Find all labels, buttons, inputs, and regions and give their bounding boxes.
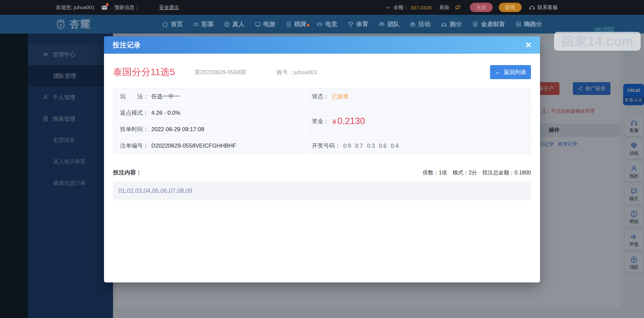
play-method-cell: 玩 法：任选一中一 xyxy=(113,89,305,104)
mode-value: 模式：2分 xyxy=(452,169,477,176)
total-amount: 投注总金额：0.1800 xyxy=(482,169,531,176)
topbar-right: 余额： 307.0328 刷新 充值 提现 联系客服 xyxy=(386,0,558,15)
nav-item-lottery[interactable]: 彩票 xyxy=(188,20,219,28)
nav-item-live[interactable]: 真人 xyxy=(219,20,250,28)
person-circle-icon xyxy=(224,21,230,28)
home-icon xyxy=(162,21,168,28)
lottery-name: 泰国分分11选5 xyxy=(113,66,175,78)
bet-content-row: 投注内容： 倍数：1倍 模式：2分 投注总金额：0.1800 xyxy=(113,169,531,176)
chevron-down-icon[interactable] xyxy=(386,5,391,10)
contact-service[interactable]: 联系客服 xyxy=(529,4,558,11)
draw-numbers: 09 07 03 06 04 xyxy=(343,142,400,150)
prize-cell: 奖金： ¥0.2130 xyxy=(305,105,531,137)
hot-dot xyxy=(307,24,310,27)
balance-label: 余额： xyxy=(393,4,409,11)
multiple-value: 倍数：1倍 xyxy=(423,169,447,176)
order-number-cell: 注单编号：D20220629-0558VEICFGHHBHF xyxy=(113,138,305,154)
close-icon[interactable]: × xyxy=(525,40,531,50)
account-info: 账号：juhua001 xyxy=(277,68,317,76)
contact-service-label: 联系客服 xyxy=(538,4,558,11)
nav-item-team[interactable]: 团队 xyxy=(373,20,405,28)
refresh-link[interactable]: 刷新 xyxy=(440,4,450,11)
nav-item-egames[interactable]: 电游 xyxy=(250,20,280,28)
withdraw-button[interactable]: 提现 xyxy=(499,3,522,12)
people-icon xyxy=(378,21,385,28)
modal-header: 投注记录 × xyxy=(104,36,540,54)
nav-item-esports[interactable]: 电竞 xyxy=(311,20,342,28)
issue-number: 第20220629-0558期 xyxy=(195,68,246,76)
nav-item-haipaofen[interactable]: 嗨跑分 xyxy=(510,20,547,28)
bet-content-label: 投注内容： xyxy=(113,169,142,176)
draw-number-cell: 开奖号码：09 07 03 06 04 xyxy=(305,138,531,154)
ticket-icon xyxy=(193,21,199,28)
main-nav: 杏耀 首页 彩票 真人 电游 棋牌 电竞 体育 团队 活动 跑分 金鼎财富 嗨跑… xyxy=(0,15,644,34)
logout-link[interactable]: 安全退出 xyxy=(159,4,179,11)
nav-item-home[interactable]: 首页 xyxy=(157,20,188,28)
topbar: 欢迎您, juhua001 预留信息： 安全退出 余额： 307.0328 刷新… xyxy=(0,0,644,15)
car-icon xyxy=(440,21,447,28)
topbar-left: 欢迎您, juhua001 预留信息： 安全退出 xyxy=(56,0,179,15)
bet-time-cell: 投单时间：2022-06-29 09:17:08 xyxy=(113,121,305,137)
bet-info-table: 玩 法：任选一中一 状态：已派奖 返点模式：4.26 - 0.0% 奖金： ¥0… xyxy=(113,88,531,154)
hi-square-icon xyxy=(515,21,522,28)
site-logo[interactable]: 杏耀 xyxy=(55,15,91,34)
status-badge: 已派奖 xyxy=(332,93,349,100)
nav-item-jinding[interactable]: 金鼎财富 xyxy=(467,20,510,28)
eye-off-icon[interactable] xyxy=(454,4,461,11)
wealth-icon xyxy=(472,21,479,28)
headset-icon xyxy=(529,4,535,11)
bet-record-modal: 投注记录 × 泰国分分11选5 第20220629-0558期 账号：juhua… xyxy=(104,36,540,282)
bet-summary: 倍数：1倍 模式：2分 投注总金额：0.1800 xyxy=(423,169,531,176)
nav-item-sports[interactable]: 体育 xyxy=(342,20,373,28)
recharge-button[interactable]: 充值 xyxy=(470,3,493,12)
rebate-mode-cell: 返点模式：4.26 - 0.0% xyxy=(113,105,305,121)
watermark-text: 回家14.com xyxy=(561,33,634,50)
gamepad-icon xyxy=(316,21,323,28)
crown-logo-icon xyxy=(55,18,67,30)
monitor-icon xyxy=(255,21,261,28)
back-to-list-button[interactable]: ← 返回列表 xyxy=(490,65,531,79)
tile-icon xyxy=(285,21,292,28)
reserved-info-label: 预留信息： xyxy=(114,4,140,11)
welcome-text: 欢迎您, juhua001 xyxy=(56,4,95,11)
nav-item-boardgames[interactable]: 棋牌 xyxy=(280,20,311,28)
gift-icon xyxy=(410,21,416,28)
lottery-title-row: 泰国分分11选5 第20220629-0558期 账号：juhua001 ← 返… xyxy=(113,65,531,79)
site-watermark: 回家14.com xyxy=(554,32,641,51)
modal-title: 投注记录 xyxy=(113,41,141,50)
nav-item-paofen[interactable]: 跑分 xyxy=(435,20,467,28)
trophy-icon xyxy=(347,21,354,28)
nav-item-activity[interactable]: 活动 xyxy=(405,20,435,28)
modal-body: 泰国分分11选5 第20220629-0558期 账号：juhua001 ← 返… xyxy=(104,65,540,200)
mail-icon[interactable] xyxy=(101,4,108,11)
balance-value: 307.0328 xyxy=(411,5,432,10)
prize-amount: ¥0.2130 xyxy=(332,116,365,126)
nav-menu: 首页 彩票 真人 电游 棋牌 电竞 体育 团队 活动 跑分 金鼎财富 嗨跑分 xyxy=(157,15,547,34)
status-cell: 状态：已派奖 xyxy=(305,89,531,104)
bet-content-box: 01,02,03,04,05,06,07,08,09 xyxy=(113,181,531,200)
back-arrow-icon: ← xyxy=(495,68,501,76)
site-logo-text: 杏耀 xyxy=(69,17,91,31)
